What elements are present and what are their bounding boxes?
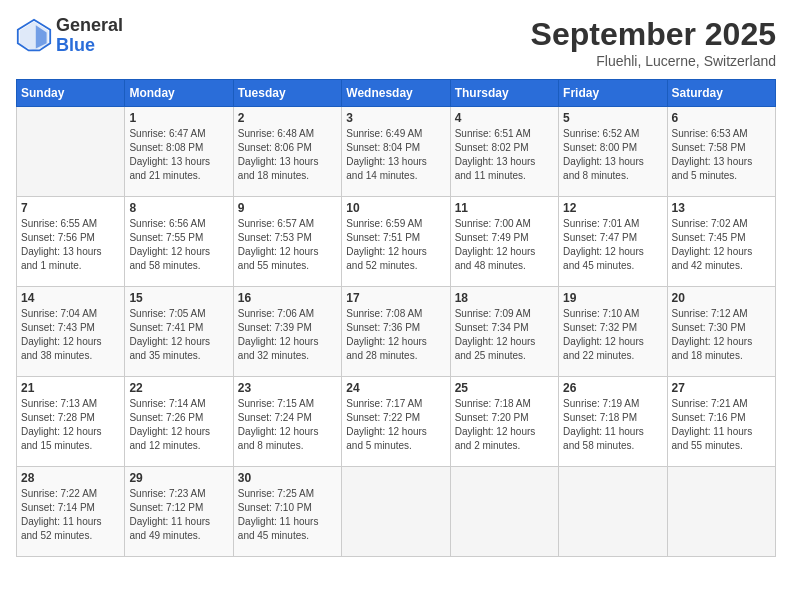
calendar-cell: 25Sunrise: 7:18 AM Sunset: 7:20 PM Dayli… [450,377,558,467]
day-number: 15 [129,291,228,305]
calendar-week: 1Sunrise: 6:47 AM Sunset: 8:08 PM Daylig… [17,107,776,197]
calendar-header: SundayMondayTuesdayWednesdayThursdayFrid… [17,80,776,107]
day-info: Sunrise: 6:52 AM Sunset: 8:00 PM Dayligh… [563,127,662,183]
day-info: Sunrise: 7:02 AM Sunset: 7:45 PM Dayligh… [672,217,771,273]
day-number: 30 [238,471,337,485]
day-number: 16 [238,291,337,305]
day-number: 7 [21,201,120,215]
calendar-cell: 12Sunrise: 7:01 AM Sunset: 7:47 PM Dayli… [559,197,667,287]
day-info: Sunrise: 6:48 AM Sunset: 8:06 PM Dayligh… [238,127,337,183]
day-info: Sunrise: 6:51 AM Sunset: 8:02 PM Dayligh… [455,127,554,183]
calendar-cell: 30Sunrise: 7:25 AM Sunset: 7:10 PM Dayli… [233,467,341,557]
calendar-cell: 3Sunrise: 6:49 AM Sunset: 8:04 PM Daylig… [342,107,450,197]
calendar-table: SundayMondayTuesdayWednesdayThursdayFrid… [16,79,776,557]
day-number: 26 [563,381,662,395]
day-info: Sunrise: 7:13 AM Sunset: 7:28 PM Dayligh… [21,397,120,453]
day-info: Sunrise: 7:19 AM Sunset: 7:18 PM Dayligh… [563,397,662,453]
calendar-cell: 22Sunrise: 7:14 AM Sunset: 7:26 PM Dayli… [125,377,233,467]
day-number: 29 [129,471,228,485]
logo-icon [16,18,52,54]
calendar-cell: 20Sunrise: 7:12 AM Sunset: 7:30 PM Dayli… [667,287,775,377]
day-number: 1 [129,111,228,125]
day-info: Sunrise: 7:17 AM Sunset: 7:22 PM Dayligh… [346,397,445,453]
calendar-cell: 19Sunrise: 7:10 AM Sunset: 7:32 PM Dayli… [559,287,667,377]
day-info: Sunrise: 7:23 AM Sunset: 7:12 PM Dayligh… [129,487,228,543]
day-info: Sunrise: 7:25 AM Sunset: 7:10 PM Dayligh… [238,487,337,543]
day-number: 18 [455,291,554,305]
day-number: 5 [563,111,662,125]
day-info: Sunrise: 7:00 AM Sunset: 7:49 PM Dayligh… [455,217,554,273]
day-info: Sunrise: 7:08 AM Sunset: 7:36 PM Dayligh… [346,307,445,363]
header-day: Thursday [450,80,558,107]
calendar-cell: 16Sunrise: 7:06 AM Sunset: 7:39 PM Dayli… [233,287,341,377]
day-number: 9 [238,201,337,215]
calendar-cell: 13Sunrise: 7:02 AM Sunset: 7:45 PM Dayli… [667,197,775,287]
calendar-cell: 1Sunrise: 6:47 AM Sunset: 8:08 PM Daylig… [125,107,233,197]
calendar-cell: 6Sunrise: 6:53 AM Sunset: 7:58 PM Daylig… [667,107,775,197]
header-day: Saturday [667,80,775,107]
day-info: Sunrise: 7:09 AM Sunset: 7:34 PM Dayligh… [455,307,554,363]
day-info: Sunrise: 7:12 AM Sunset: 7:30 PM Dayligh… [672,307,771,363]
day-info: Sunrise: 6:55 AM Sunset: 7:56 PM Dayligh… [21,217,120,273]
day-info: Sunrise: 7:04 AM Sunset: 7:43 PM Dayligh… [21,307,120,363]
day-info: Sunrise: 6:56 AM Sunset: 7:55 PM Dayligh… [129,217,228,273]
day-info: Sunrise: 7:05 AM Sunset: 7:41 PM Dayligh… [129,307,228,363]
calendar-cell: 14Sunrise: 7:04 AM Sunset: 7:43 PM Dayli… [17,287,125,377]
day-info: Sunrise: 7:22 AM Sunset: 7:14 PM Dayligh… [21,487,120,543]
location: Fluehli, Lucerne, Switzerland [531,53,776,69]
calendar-week: 14Sunrise: 7:04 AM Sunset: 7:43 PM Dayli… [17,287,776,377]
day-number: 17 [346,291,445,305]
calendar-cell: 21Sunrise: 7:13 AM Sunset: 7:28 PM Dayli… [17,377,125,467]
calendar-cell: 2Sunrise: 6:48 AM Sunset: 8:06 PM Daylig… [233,107,341,197]
day-info: Sunrise: 6:57 AM Sunset: 7:53 PM Dayligh… [238,217,337,273]
calendar-body: 1Sunrise: 6:47 AM Sunset: 8:08 PM Daylig… [17,107,776,557]
day-number: 19 [563,291,662,305]
header-day: Wednesday [342,80,450,107]
day-number: 13 [672,201,771,215]
calendar-cell [559,467,667,557]
day-number: 21 [21,381,120,395]
calendar-cell: 4Sunrise: 6:51 AM Sunset: 8:02 PM Daylig… [450,107,558,197]
header-day: Sunday [17,80,125,107]
calendar-cell: 11Sunrise: 7:00 AM Sunset: 7:49 PM Dayli… [450,197,558,287]
calendar-cell [667,467,775,557]
calendar-week: 21Sunrise: 7:13 AM Sunset: 7:28 PM Dayli… [17,377,776,467]
day-number: 3 [346,111,445,125]
day-number: 20 [672,291,771,305]
month-title: September 2025 [531,16,776,53]
day-info: Sunrise: 6:47 AM Sunset: 8:08 PM Dayligh… [129,127,228,183]
day-info: Sunrise: 6:53 AM Sunset: 7:58 PM Dayligh… [672,127,771,183]
day-number: 14 [21,291,120,305]
calendar-cell [342,467,450,557]
logo-blue: Blue [56,36,123,56]
calendar-cell: 18Sunrise: 7:09 AM Sunset: 7:34 PM Dayli… [450,287,558,377]
day-info: Sunrise: 7:10 AM Sunset: 7:32 PM Dayligh… [563,307,662,363]
day-number: 12 [563,201,662,215]
calendar-cell: 27Sunrise: 7:21 AM Sunset: 7:16 PM Dayli… [667,377,775,467]
calendar-cell: 9Sunrise: 6:57 AM Sunset: 7:53 PM Daylig… [233,197,341,287]
day-number: 2 [238,111,337,125]
calendar-cell [17,107,125,197]
calendar-cell: 5Sunrise: 6:52 AM Sunset: 8:00 PM Daylig… [559,107,667,197]
day-info: Sunrise: 7:18 AM Sunset: 7:20 PM Dayligh… [455,397,554,453]
day-number: 24 [346,381,445,395]
logo-general: General [56,16,123,36]
calendar-cell: 26Sunrise: 7:19 AM Sunset: 7:18 PM Dayli… [559,377,667,467]
header-row: SundayMondayTuesdayWednesdayThursdayFrid… [17,80,776,107]
day-info: Sunrise: 7:21 AM Sunset: 7:16 PM Dayligh… [672,397,771,453]
day-number: 28 [21,471,120,485]
calendar-cell: 8Sunrise: 6:56 AM Sunset: 7:55 PM Daylig… [125,197,233,287]
logo: General Blue [16,16,123,56]
day-info: Sunrise: 7:14 AM Sunset: 7:26 PM Dayligh… [129,397,228,453]
header-day: Monday [125,80,233,107]
day-number: 27 [672,381,771,395]
calendar-cell [450,467,558,557]
header-day: Friday [559,80,667,107]
header-day: Tuesday [233,80,341,107]
calendar-week: 7Sunrise: 6:55 AM Sunset: 7:56 PM Daylig… [17,197,776,287]
calendar-cell: 17Sunrise: 7:08 AM Sunset: 7:36 PM Dayli… [342,287,450,377]
calendar-cell: 23Sunrise: 7:15 AM Sunset: 7:24 PM Dayli… [233,377,341,467]
logo-text: General Blue [56,16,123,56]
day-number: 8 [129,201,228,215]
day-number: 22 [129,381,228,395]
